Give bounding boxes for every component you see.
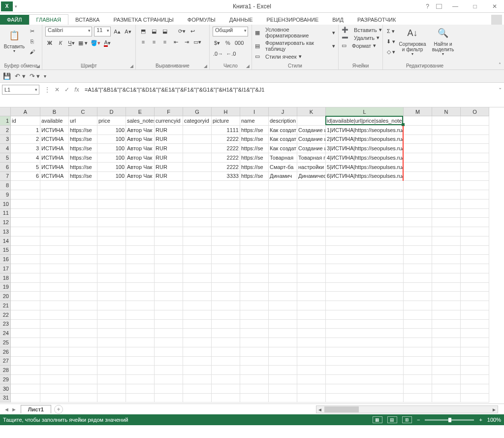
cell[interactable]: 2|ИСТИНА|https://seopulses.ru/kak-sozdat… [326, 135, 404, 144]
cell[interactable]: 1|ИСТИНА|https://seopulses.ru/kak-sozdat… [326, 126, 404, 135]
cell[interactable] [297, 357, 326, 366]
cell[interactable] [240, 375, 269, 384]
row-header[interactable]: 29 [0, 375, 11, 384]
cell[interactable] [155, 366, 183, 375]
cell[interactable] [11, 255, 40, 264]
cell[interactable] [97, 209, 126, 218]
cell[interactable] [326, 347, 404, 357]
cell[interactable] [432, 227, 461, 236]
cell[interactable] [126, 394, 155, 403]
column-header[interactable]: M [404, 107, 432, 116]
cell[interactable]: Смарт-ба [269, 163, 297, 172]
cell[interactable] [297, 338, 326, 347]
align-top-icon[interactable]: ⬒ [139, 27, 148, 35]
cell[interactable] [97, 264, 126, 273]
cell[interactable] [155, 264, 183, 273]
cell[interactable] [40, 320, 69, 329]
cell[interactable] [97, 190, 126, 200]
cell[interactable] [432, 357, 461, 366]
fill-icon[interactable]: ⬇ ▾ [386, 37, 396, 46]
cell[interactable] [69, 375, 97, 384]
column-header[interactable]: F [155, 107, 183, 116]
row-header[interactable]: 5 [0, 153, 11, 163]
cell[interactable] [183, 320, 212, 329]
cell[interactable] [297, 366, 326, 375]
scroll-right-icon[interactable]: ► [491, 407, 498, 412]
cell[interactable] [126, 384, 155, 394]
find-select-button[interactable]: 🔍 Найти и выделить ▾ [429, 27, 457, 57]
cell[interactable]: id [11, 116, 40, 126]
cell[interactable] [461, 301, 489, 310]
scroll-left-icon[interactable]: ◄ [316, 407, 323, 412]
cell[interactable] [404, 153, 432, 163]
row-header[interactable]: 25 [0, 338, 11, 347]
cell[interactable]: 1111 [212, 126, 240, 135]
cell[interactable]: Как создать [269, 126, 297, 135]
cell[interactable] [155, 227, 183, 236]
cell[interactable] [326, 338, 404, 347]
cell[interactable]: 2222 [212, 163, 240, 172]
cell[interactable] [404, 163, 432, 172]
cell[interactable] [212, 292, 240, 301]
cell[interactable] [432, 218, 461, 227]
cell[interactable] [97, 301, 126, 310]
cell[interactable] [432, 126, 461, 135]
cell[interactable] [40, 255, 69, 264]
cell[interactable] [155, 338, 183, 347]
cell[interactable] [404, 375, 432, 384]
cell[interactable]: ИСТИНА [40, 172, 69, 181]
cell[interactable] [11, 320, 40, 329]
dialog-launcher-icon[interactable]: ◢ [246, 64, 250, 68]
ribbon-options-icon[interactable] [436, 4, 442, 9]
cell[interactable] [240, 227, 269, 236]
cell[interactable] [404, 264, 432, 273]
cell[interactable] [69, 227, 97, 236]
cell[interactable] [11, 292, 40, 301]
cell[interactable] [432, 310, 461, 320]
cell[interactable] [212, 218, 240, 227]
cell[interactable] [183, 283, 212, 292]
cell[interactable] [126, 255, 155, 264]
cell[interactable] [69, 273, 97, 283]
row-header[interactable]: 13 [0, 227, 11, 236]
scrollbar-thumb[interactable] [324, 406, 359, 412]
tab-home[interactable]: ГЛАВНАЯ [29, 14, 68, 25]
cell[interactable] [69, 236, 97, 246]
cell[interactable] [212, 227, 240, 236]
cell[interactable] [432, 384, 461, 394]
comma-icon[interactable]: 000 [234, 38, 244, 47]
cell[interactable] [155, 273, 183, 283]
cell[interactable]: 100 [97, 144, 126, 153]
cell[interactable] [97, 292, 126, 301]
cell[interactable] [40, 292, 69, 301]
cell[interactable] [269, 357, 297, 366]
cell[interactable] [461, 200, 489, 209]
cell[interactable] [269, 218, 297, 227]
cell[interactable] [183, 209, 212, 218]
cell[interactable] [432, 375, 461, 384]
name-box[interactable]: L1 [2, 85, 39, 95]
cell[interactable] [69, 209, 97, 218]
cell[interactable] [155, 301, 183, 310]
cell[interactable] [97, 273, 126, 283]
cell[interactable] [269, 190, 297, 200]
cell[interactable] [40, 200, 69, 209]
cell[interactable]: RUR [155, 172, 183, 181]
cell[interactable] [461, 292, 489, 301]
cell[interactable] [404, 144, 432, 153]
cell[interactable] [212, 357, 240, 366]
cell[interactable]: Автор Чак [126, 153, 155, 163]
cell[interactable]: 100 [97, 135, 126, 144]
row-header[interactable]: 22 [0, 310, 11, 320]
column-header[interactable]: L [326, 107, 404, 116]
cell[interactable] [326, 384, 404, 394]
cell[interactable]: Динамические объя [297, 172, 326, 181]
cell[interactable]: ИСТИНА [40, 144, 69, 153]
cell[interactable] [212, 301, 240, 310]
cell[interactable] [97, 246, 126, 255]
cell[interactable] [11, 264, 40, 273]
cell[interactable] [269, 246, 297, 255]
cell[interactable] [40, 264, 69, 273]
dialog-launcher-icon[interactable]: ◢ [204, 64, 207, 68]
cell[interactable] [155, 190, 183, 200]
